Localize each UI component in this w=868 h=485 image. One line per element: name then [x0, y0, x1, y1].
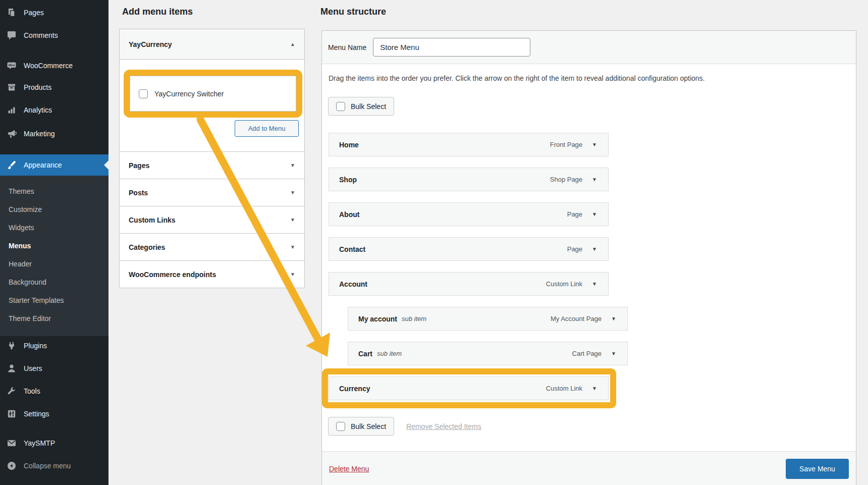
active-item-notch [104, 160, 108, 170]
sidebar-item-comments[interactable]: Comments [0, 25, 108, 46]
chevron-down-icon[interactable]: ▼ [611, 316, 616, 321]
add-menu-items-accordion: YayCurrency ▲ YayCurrency Switcher Add t… [119, 29, 305, 288]
remove-selected-items-link[interactable]: Remove Selected Items [406, 422, 481, 430]
menu-item-title: Cart [358, 350, 372, 358]
submenu-item-menus[interactable]: Menus [0, 237, 108, 255]
bulk-select-checkbox[interactable] [336, 102, 345, 111]
menu-item-title: Currency [339, 385, 370, 393]
collapse-icon [7, 461, 17, 471]
accordion-section-custom-links[interactable]: Custom Links ▼ [120, 206, 304, 233]
menu-item-type: Page [567, 210, 582, 218]
delete-menu-link[interactable]: Delete Menu [329, 465, 369, 473]
sidebar-item-collapse-menu[interactable]: Collapse menu [0, 455, 108, 476]
chevron-down-icon[interactable]: ▼ [290, 217, 295, 223]
menu-item-title: Home [339, 141, 359, 149]
accordion-section-yaycurrency[interactable]: YayCurrency ▲ [120, 29, 304, 60]
menu-item-row-about[interactable]: About Page▼ [329, 202, 609, 226]
chevron-down-icon[interactable]: ▼ [290, 190, 295, 195]
sub-item-badge: sub item [402, 315, 426, 322]
sidebar-item-label: Pages [24, 9, 44, 17]
menu-item-type: Front Page [550, 141, 582, 148]
add-menu-items-title: Add menu items [122, 7, 193, 17]
yaycurrency-section-body: YayCurrency Switcher Add to Menu [120, 60, 304, 151]
sidebar-item-woocommerce[interactable]: Woo WooCommerce [0, 55, 108, 76]
menu-item-row-cart[interactable]: Cart sub item Cart Page▼ [348, 342, 628, 365]
sidebar-item-products[interactable]: Products [0, 77, 108, 98]
chevron-down-icon[interactable]: ▼ [592, 142, 597, 147]
woocommerce-icon: Woo [7, 61, 17, 71]
sub-item-badge: sub item [377, 350, 402, 357]
submenu-item-widgets[interactable]: Widgets [0, 219, 108, 237]
chevron-down-icon[interactable]: ▼ [290, 163, 295, 168]
svg-text:Woo: Woo [9, 64, 15, 67]
menu-item-title: Account [339, 280, 367, 288]
chevron-down-icon[interactable]: ▼ [592, 386, 597, 391]
sidebar-item-settings[interactable]: Settings [0, 403, 108, 424]
submenu-item-theme-editor[interactable]: Theme Editor [0, 309, 108, 328]
accordion-section-label: YayCurrency [129, 40, 172, 48]
chevron-down-icon[interactable]: ▼ [592, 177, 597, 182]
accordion-section-posts[interactable]: Posts ▼ [120, 179, 304, 206]
menu-name-header: Menu Name [322, 31, 856, 64]
menu-item-row-currency[interactable]: Currency Custom Link▼ [329, 376, 609, 400]
submenu-item-customize[interactable]: Customize [0, 200, 108, 219]
sidebar-item-marketing[interactable]: Marketing [0, 123, 108, 144]
users-icon [7, 363, 17, 373]
bulk-actions-row: Bulk Select Remove Selected Items [328, 417, 481, 436]
bulk-select-top[interactable]: Bulk Select [328, 97, 394, 116]
sidebar-item-yaysmtp[interactable]: YaySMTP [0, 433, 108, 454]
tools-icon [7, 386, 17, 396]
menu-item-title: Contact [339, 245, 365, 253]
menu-item-row-account[interactable]: Account Custom Link▼ [329, 272, 609, 296]
sidebar-item-label: Tools [24, 387, 40, 395]
bulk-select-bottom[interactable]: Bulk Select [328, 417, 394, 436]
sidebar-item-label: Comments [24, 31, 58, 39]
settings-icon [7, 409, 17, 419]
chevron-up-icon[interactable]: ▲ [290, 41, 295, 47]
sidebar-item-label: Collapse menu [24, 462, 71, 470]
menu-item-row-home[interactable]: Home Front Page▼ [329, 133, 609, 156]
menu-name-input[interactable] [373, 38, 530, 57]
chevron-down-icon[interactable]: ▼ [592, 246, 597, 252]
envelope-icon [7, 438, 17, 448]
menu-item-row-contact[interactable]: Contact Page▼ [329, 237, 609, 261]
plugins-icon [7, 341, 17, 351]
submenu-item-themes[interactable]: Themes [0, 182, 108, 200]
menu-item-row-shop[interactable]: Shop Shop Page▼ [329, 168, 609, 191]
menu-structure-title: Menu structure [320, 7, 386, 17]
sidebar-item-tools[interactable]: Tools [0, 381, 108, 402]
chevron-down-icon[interactable]: ▼ [592, 281, 597, 287]
sidebar-item-label: Plugins [24, 342, 47, 350]
marketing-icon [7, 129, 17, 139]
bulk-select-checkbox[interactable] [336, 422, 345, 431]
sidebar-item-users[interactable]: Users [0, 358, 108, 379]
chevron-down-icon[interactable]: ▼ [290, 244, 295, 250]
menu-item-type: Cart Page [572, 350, 602, 357]
sidebar-item-appearance[interactable]: Appearance [0, 154, 108, 176]
submenu-item-background[interactable]: Background [0, 273, 108, 291]
menu-item-type: Custom Link [546, 280, 582, 288]
sidebar-item-plugins[interactable]: Plugins [0, 335, 108, 356]
appearance-submenu: Themes Customize Widgets Menus Header Ba… [0, 176, 108, 336]
menu-item-row-my-account[interactable]: My account sub item My Account Page▼ [348, 307, 628, 331]
accordion-section-label: Posts [129, 189, 148, 197]
save-menu-button[interactable]: Save Menu [786, 459, 849, 479]
add-to-menu-button[interactable]: Add to Menu [235, 120, 299, 137]
yaycurrency-switcher-label: YayCurrency Switcher [154, 90, 224, 98]
sidebar-item-pages[interactable]: Pages [0, 2, 108, 23]
accordion-section-woocommerce-endpoints[interactable]: WooCommerce endpoints ▼ [120, 260, 304, 288]
menu-item-title: About [339, 210, 359, 219]
accordion-section-categories[interactable]: Categories ▼ [120, 233, 304, 260]
accordion-section-pages[interactable]: Pages ▼ [120, 151, 304, 179]
submenu-item-header[interactable]: Header [0, 255, 108, 273]
sidebar-item-label: Marketing [24, 130, 55, 138]
menu-structure-panel: Menu Name Drag the items into the order … [321, 30, 856, 485]
chevron-down-icon[interactable]: ▼ [290, 272, 295, 277]
chevron-down-icon[interactable]: ▼ [592, 211, 597, 217]
chevron-down-icon[interactable]: ▼ [611, 351, 616, 356]
sidebar-item-analytics[interactable]: Analytics [0, 99, 108, 121]
products-icon [7, 82, 17, 92]
yaycurrency-switcher-checkbox[interactable] [139, 89, 148, 98]
accordion-section-label: WooCommerce endpoints [129, 271, 216, 279]
submenu-item-starter-templates[interactable]: Starter Templates [0, 291, 108, 309]
